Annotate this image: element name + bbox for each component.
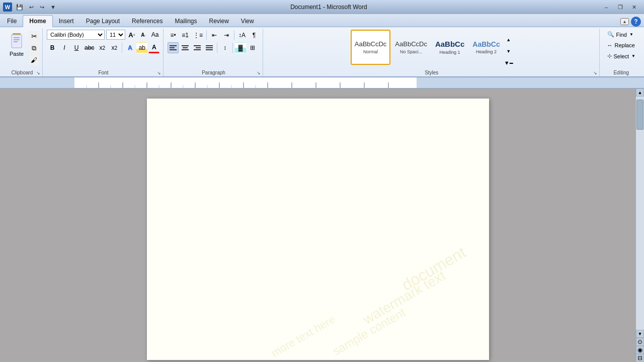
select-btn[interactable]: ⊹ Select ▼	[604, 51, 639, 61]
align-left-btn[interactable]	[168, 42, 179, 53]
tab-view[interactable]: View	[235, 16, 260, 27]
style-scroll-up-btn[interactable]: ▲	[505, 34, 513, 45]
quick-customize-btn[interactable]: ▼	[48, 3, 58, 11]
style-scroll-more-btn[interactable]: ▼▬	[505, 57, 513, 68]
find-btn[interactable]: 🔍 Find ▼	[604, 30, 637, 39]
style-heading1[interactable]: AaBbCc Heading 1	[432, 30, 468, 65]
close-btn[interactable]: ✕	[628, 3, 641, 12]
tab-file[interactable]: File	[1, 16, 23, 27]
shading-btn[interactable]: ▓	[235, 42, 246, 53]
svg-rect-6	[170, 47, 175, 48]
font-label: Font	[44, 70, 163, 75]
increase-indent-btn[interactable]: ⇥	[221, 30, 232, 41]
browse-next-btn[interactable]: ◉	[636, 346, 644, 354]
document-scroll-area[interactable]: document watermark text sample content m…	[0, 88, 636, 362]
text-effects-btn[interactable]: A	[124, 42, 135, 53]
editing-label: Editing	[601, 70, 642, 75]
cut-btn[interactable]: ✂	[29, 31, 39, 42]
scroll-down-btn[interactable]: ▼	[636, 330, 644, 338]
subscript-btn[interactable]: x2	[97, 42, 108, 53]
paragraph-label: Paragraph	[165, 70, 263, 75]
ruler-svg	[74, 77, 417, 88]
ruler-scroll-corner	[636, 77, 644, 88]
format-sep	[122, 43, 122, 53]
font-group: Calibri (Body) 11 A+ A- Aa B I U abc x2 …	[44, 29, 164, 76]
svg-rect-12	[196, 47, 201, 48]
borders-btn[interactable]: ⊞	[247, 42, 258, 53]
bold-btn[interactable]: B	[47, 42, 58, 53]
styles-expand-icon[interactable]: ↘	[593, 70, 597, 75]
ribbon-tabs: File Home Insert Page Layout References …	[0, 14, 644, 27]
para-sep1	[206, 30, 207, 40]
find-label: Find	[616, 32, 627, 38]
copy-icon: ⧉	[32, 44, 36, 52]
show-para-btn[interactable]: ¶	[249, 30, 260, 41]
sort-btn[interactable]: ↕A	[236, 30, 248, 41]
help-btn[interactable]: ?	[631, 17, 641, 27]
font-grow-btn[interactable]: A+	[127, 30, 137, 40]
quick-redo-btn[interactable]: ↪	[38, 3, 46, 12]
ruler-active-area[interactable]	[74, 77, 417, 88]
align-center-btn[interactable]	[180, 42, 191, 53]
scroll-thumb[interactable]	[636, 100, 643, 130]
browse-obj-btn[interactable]: ⊟	[636, 354, 644, 362]
browse-prev-btn[interactable]: ⊙	[636, 338, 644, 346]
font-size-select[interactable]: 11	[106, 30, 125, 40]
style-nospacing[interactable]: AaBbCcDc No Spaci...	[391, 30, 431, 65]
multilevel-btn[interactable]: ⋮≡	[192, 30, 204, 41]
decrease-indent-btn[interactable]: ⇤	[209, 30, 220, 41]
watermark-1: document	[398, 243, 469, 294]
document-page[interactable]: document watermark text sample content m…	[147, 99, 489, 360]
numbering-btn[interactable]: ≡1	[180, 30, 191, 41]
tab-home[interactable]: Home	[23, 15, 52, 27]
minimize-btn[interactable]: –	[600, 3, 613, 12]
paragraph-expand-icon[interactable]: ↘	[257, 70, 261, 75]
style-scroll-controls: ▲ ▼ ▼▬	[505, 34, 513, 68]
copy-btn[interactable]: ⧉	[29, 43, 39, 54]
scroll-up-btn[interactable]: ▲	[636, 88, 644, 97]
replace-btn[interactable]: ↔ Replace	[604, 41, 638, 50]
watermark-2: watermark text	[360, 267, 448, 328]
font-shrink-btn[interactable]: A-	[138, 30, 148, 40]
bullets-btn[interactable]: ≡•	[168, 30, 179, 41]
line-spacing-btn[interactable]: ↕	[219, 42, 230, 53]
quick-undo-btn[interactable]: ↩	[27, 3, 36, 12]
svg-rect-9	[183, 47, 188, 48]
svg-rect-4	[14, 41, 18, 42]
style-heading1-name: Heading 1	[440, 50, 460, 55]
font-name-select[interactable]: Calibri (Body)	[47, 30, 105, 40]
clipboard-expand-icon[interactable]: ↘	[36, 70, 40, 75]
font-expand-icon[interactable]: ↘	[157, 70, 161, 75]
find-icon: 🔍	[607, 31, 614, 38]
style-heading2-preview: AaBbCc	[472, 40, 500, 49]
vertical-scrollbar: ▲ ▼ ⊙ ◉ ⊟	[636, 88, 644, 362]
tab-mailings[interactable]: Mailings	[169, 16, 203, 27]
format-painter-btn[interactable]: 🖌	[29, 55, 39, 65]
clear-format-btn[interactable]: Aa	[150, 30, 160, 40]
italic-btn[interactable]: I	[59, 42, 70, 53]
paste-btn[interactable]: Paste	[5, 30, 28, 58]
ruler	[0, 77, 644, 88]
quick-save-btn[interactable]: 💾	[14, 3, 25, 12]
highlight-btn[interactable]: ab	[136, 42, 147, 53]
svg-rect-2	[14, 37, 20, 38]
style-heading2[interactable]: AaBbCc Heading 2	[469, 30, 503, 65]
tab-insert[interactable]: Insert	[53, 16, 80, 27]
word-icon: W	[3, 3, 12, 12]
restore-btn[interactable]: ❐	[614, 3, 627, 12]
style-normal[interactable]: AaBbCcDc Normal	[351, 30, 391, 65]
tab-references[interactable]: References	[126, 16, 169, 27]
ribbon-collapse-btn[interactable]: ▲	[620, 18, 629, 25]
style-nospacing-preview: AaBbCcDc	[395, 40, 427, 48]
svg-rect-14	[206, 45, 213, 46]
tab-page-layout[interactable]: Page Layout	[80, 16, 126, 27]
justify-btn[interactable]	[204, 42, 215, 53]
tab-review[interactable]: Review	[203, 16, 234, 27]
align-right-btn[interactable]	[192, 42, 203, 53]
strikethrough-btn[interactable]: abc	[83, 42, 96, 53]
underline-btn[interactable]: U	[71, 42, 82, 53]
style-scroll-down-btn[interactable]: ▼	[505, 46, 513, 57]
svg-rect-7	[170, 49, 177, 50]
font-color-btn[interactable]: A	[148, 42, 159, 53]
superscript-btn[interactable]: x2	[109, 42, 120, 53]
